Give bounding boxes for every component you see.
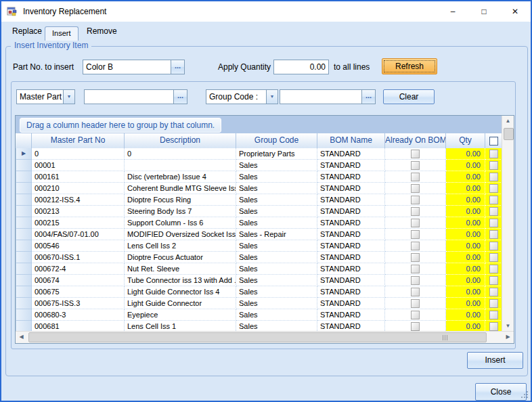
- col-header-group-code[interactable]: Group Code: [236, 133, 317, 148]
- qty-cell[interactable]: 0.00: [446, 275, 485, 286]
- already-on-bom-checkbox[interactable]: [411, 265, 420, 273]
- group-code-input[interactable]: [280, 89, 362, 104]
- row-select-checkbox[interactable]: [489, 253, 498, 262]
- row-selector[interactable]: [16, 275, 32, 286]
- qty-cell[interactable]: 0.00: [446, 194, 485, 206]
- close-window-button[interactable]: ✕: [500, 1, 531, 22]
- row-select-checkbox[interactable]: [489, 242, 498, 250]
- table-row[interactable]: 000674Tube Connector iss 13 with Add ...…: [16, 275, 502, 286]
- qty-cell[interactable]: 0.00: [446, 240, 485, 252]
- qty-cell[interactable]: 0.00: [446, 148, 485, 160]
- already-on-bom-checkbox[interactable]: [411, 276, 420, 285]
- row-selector[interactable]: [16, 309, 32, 321]
- row-select-checkbox[interactable]: [489, 173, 498, 181]
- qty-cell[interactable]: 0.00: [446, 286, 485, 298]
- tab-replace[interactable]: Replace: [5, 24, 49, 38]
- refresh-button[interactable]: Refresh: [382, 58, 437, 74]
- table-row[interactable]: 000210Coherent Bundle MTG Sleeve Iss 4Sa…: [16, 183, 502, 194]
- row-select-checkbox[interactable]: [489, 161, 498, 170]
- already-on-bom-checkbox[interactable]: [411, 322, 420, 331]
- vertical-scroll-thumb[interactable]: [504, 128, 514, 140]
- maximize-button[interactable]: □: [468, 1, 500, 22]
- col-header-master-part-no[interactable]: Master Part No: [32, 133, 125, 148]
- table-row[interactable]: 000215Support Column - Iss 6SalesSTANDAR…: [16, 217, 502, 229]
- already-on-bom-checkbox[interactable]: [411, 173, 420, 181]
- qty-cell[interactable]: 0.00: [446, 263, 485, 275]
- table-row[interactable]: 000675-ISS.3Light Guide ConnectorSalesST…: [16, 298, 502, 309]
- qty-cell[interactable]: 0.00: [446, 252, 485, 263]
- already-on-bom-checkbox[interactable]: [411, 150, 420, 158]
- part-no-browse-button[interactable]: ...: [171, 60, 185, 74]
- col-header-select[interactable]: [485, 133, 502, 148]
- already-on-bom-checkbox[interactable]: [411, 311, 420, 319]
- insert-button[interactable]: Insert: [467, 352, 523, 369]
- minimize-button[interactable]: –: [437, 1, 468, 22]
- row-select-checkbox[interactable]: [489, 311, 498, 319]
- qty-cell[interactable]: 0.00: [446, 309, 485, 321]
- table-row[interactable]: 000212-ISS.4Dioptre Focus RingSalesSTAND…: [16, 194, 502, 206]
- row-select-checkbox[interactable]: [489, 288, 498, 296]
- table-row[interactable]: 000161Disc (vertebrae) Issue 4SalesSTAND…: [16, 171, 502, 183]
- already-on-bom-checkbox[interactable]: [411, 299, 420, 308]
- tab-insert[interactable]: Insert: [45, 26, 79, 41]
- chevron-down-icon[interactable]: ▼: [63, 90, 74, 104]
- row-selector[interactable]: [16, 206, 32, 217]
- vertical-scrollbar[interactable]: ▲ ▼: [502, 116, 514, 332]
- row-select-checkbox[interactable]: [489, 196, 498, 204]
- table-row[interactable]: ▶00Proprietary PartsSTANDARD0.00: [16, 148, 502, 160]
- row-select-checkbox[interactable]: [489, 299, 498, 308]
- col-header-already-on-bom[interactable]: Already On BOM: [385, 133, 446, 148]
- qty-cell[interactable]: 0.00: [446, 160, 485, 171]
- table-row[interactable]: 000680-3EyepieceSalesSTANDARD0.00: [16, 309, 502, 321]
- chevron-down-icon[interactable]: ▼: [266, 90, 278, 104]
- scroll-right-icon[interactable]: ▶: [502, 332, 514, 342]
- group-code-browse-button[interactable]: ...: [361, 89, 376, 104]
- already-on-bom-checkbox[interactable]: [411, 184, 420, 193]
- already-on-bom-checkbox[interactable]: [411, 230, 420, 239]
- already-on-bom-checkbox[interactable]: [411, 253, 420, 262]
- resize-grip[interactable]: [521, 391, 529, 399]
- col-header-description[interactable]: Description: [125, 133, 236, 148]
- already-on-bom-checkbox[interactable]: [411, 196, 420, 204]
- row-selector[interactable]: [16, 286, 32, 298]
- tab-remove[interactable]: Remove: [80, 24, 124, 38]
- row-selector[interactable]: [16, 217, 32, 229]
- qty-cell[interactable]: 0.00: [446, 171, 485, 183]
- table-row[interactable]: 00001SalesSTANDARD0.00: [16, 160, 502, 171]
- already-on-bom-checkbox[interactable]: [411, 288, 420, 296]
- current-row-indicator[interactable]: ▶: [16, 148, 32, 160]
- already-on-bom-checkbox[interactable]: [411, 242, 420, 250]
- row-selector[interactable]: [16, 194, 32, 206]
- row-selector[interactable]: [16, 160, 32, 171]
- qty-cell[interactable]: 0.00: [446, 183, 485, 194]
- table-row[interactable]: 000672-4Nut Ret. SleeveSalesSTANDARD0.00: [16, 263, 502, 275]
- qty-cell[interactable]: 0.00: [446, 298, 485, 309]
- horizontal-scroll-thumb[interactable]: [28, 332, 487, 342]
- horizontal-scrollbar[interactable]: ◀ ▶: [16, 331, 514, 343]
- scroll-down-icon[interactable]: ▼: [502, 321, 514, 332]
- col-header-bom-name[interactable]: BOM Name: [317, 133, 385, 148]
- scroll-up-icon[interactable]: ▲: [502, 116, 514, 127]
- qty-cell[interactable]: 0.00: [446, 217, 485, 229]
- col-header-qty[interactable]: Qty: [446, 133, 485, 148]
- row-selector[interactable]: [16, 298, 32, 309]
- part-no-input[interactable]: [83, 60, 171, 74]
- row-selector[interactable]: [16, 171, 32, 183]
- qty-cell[interactable]: 0.00: [446, 206, 485, 217]
- row-select-checkbox[interactable]: [489, 184, 498, 193]
- clear-button[interactable]: Clear: [383, 89, 435, 104]
- group-code-combo[interactable]: Group Code : ▼: [206, 89, 278, 104]
- select-all-checkbox[interactable]: [489, 137, 498, 146]
- row-selector[interactable]: [16, 263, 32, 275]
- row-select-checkbox[interactable]: [489, 322, 498, 331]
- qty-cell[interactable]: 0.00: [446, 229, 485, 240]
- row-select-checkbox[interactable]: [489, 219, 498, 227]
- already-on-bom-checkbox[interactable]: [411, 161, 420, 170]
- table-row[interactable]: 000546Lens Cell Iss 2SalesSTANDARD0.00: [16, 240, 502, 252]
- row-select-checkbox[interactable]: [489, 276, 498, 285]
- row-selector[interactable]: [16, 240, 32, 252]
- table-row[interactable]: 000670-ISS.1Dioptre Focus ActuatorSalesS…: [16, 252, 502, 263]
- row-select-checkbox[interactable]: [489, 265, 498, 273]
- quantity-input[interactable]: [273, 60, 329, 74]
- filter-field-input[interactable]: [84, 89, 174, 104]
